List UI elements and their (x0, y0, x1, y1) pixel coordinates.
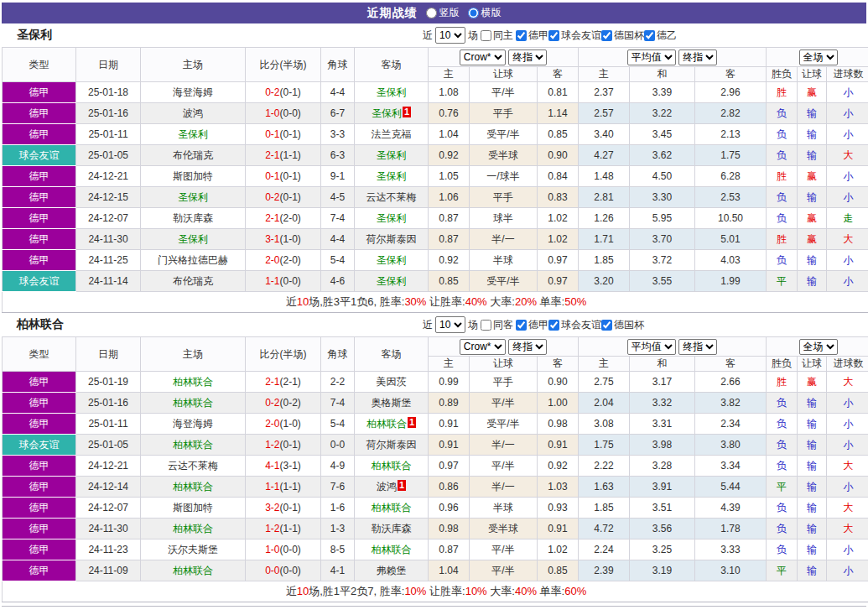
layout-radio-horizontal-input[interactable] (468, 8, 479, 18)
avg-source-select[interactable]: 平均值 (627, 50, 676, 65)
league-filter-item[interactable]: 德甲 (516, 318, 548, 332)
result-handicap: 输 (798, 271, 827, 292)
odds-provider-select[interactable]: Crow* (460, 50, 506, 65)
page-title: 近期战绩 (367, 6, 418, 21)
same-venue-checkbox[interactable]: 同主 (481, 29, 513, 43)
result-handicap: 赢 (798, 229, 827, 250)
league-label: 德甲 (528, 29, 548, 43)
match-type-badge: 德甲 (3, 414, 76, 435)
same-venue-checkbox[interactable]: 同客 (481, 318, 513, 332)
odds-provider-group: Crow* 终指 (429, 337, 579, 357)
avg-home: 1.71 (579, 229, 630, 250)
result-handicap: 输 (798, 393, 827, 414)
score: 2-0(2-0) (246, 250, 321, 271)
home-team: 海登海姆 (141, 82, 246, 103)
odds-handicap: 受半球 (470, 519, 538, 539)
match-type-badge: 德甲 (3, 477, 76, 498)
league-filter-item[interactable]: 球会友谊 (548, 318, 601, 332)
home-team: 圣保利 (141, 187, 246, 208)
league-checkbox-input[interactable] (516, 30, 527, 41)
odds-away: 1.14 (538, 103, 579, 124)
avg-odds-group: 平均值 终指 (579, 337, 767, 357)
avg-time-select[interactable]: 终指 (678, 50, 717, 65)
league-checkbox-input[interactable] (601, 320, 612, 331)
result-scope-select[interactable]: 全场 (799, 50, 838, 65)
match-count-select[interactable]: 10 (435, 27, 465, 44)
result-outcome: 负 (767, 435, 798, 456)
avg-draw: 3.56 (630, 519, 695, 539)
avg-time-select[interactable]: 终指 (678, 339, 717, 355)
summary-segment: 10% (465, 585, 487, 597)
league-checkbox-input[interactable] (644, 30, 655, 41)
avg-away: 2.53 (695, 187, 767, 208)
summary-segment: 近 (286, 585, 297, 597)
col-header-corners: 角球 (321, 337, 355, 372)
result-scope-select[interactable]: 全场 (799, 339, 838, 355)
layout-radio-horizontal[interactable]: 横版 (468, 6, 502, 20)
result-outcome: 平 (767, 560, 798, 581)
avg-draw: 3.30 (630, 187, 695, 208)
col-header-home: 主场 (141, 337, 246, 372)
odds-home: 0.96 (429, 498, 470, 519)
team-name-text: 柏林联合 (366, 418, 407, 430)
near-label: 近 (423, 318, 433, 332)
match-row: 德甲24-11-09柏林联合0-0(0-0)4-1弗赖堡1.04平/半0.852… (3, 560, 868, 581)
league-filter-item[interactable]: 德乙 (644, 29, 677, 43)
result-handicap: 输 (798, 145, 827, 166)
result-handicap: 输 (798, 519, 827, 539)
halftime-score: (0-2) (280, 397, 301, 409)
avg-home: 1.85 (579, 498, 630, 519)
avg-away: 3.82 (695, 393, 767, 414)
match-count-select[interactable]: 10 (435, 316, 465, 333)
result-outcome: 负 (767, 519, 798, 539)
red-card-badge: 1 (398, 480, 406, 491)
odds-away: 1.02 (538, 229, 579, 250)
result-handicap: 输 (798, 250, 827, 271)
league-checkbox-input[interactable] (516, 320, 527, 331)
same-venue-checkbox-input[interactable] (481, 320, 491, 331)
match-date: 24-11-30 (76, 519, 141, 539)
subcol-avg-draw: 和 (630, 357, 695, 372)
result-handicap: 输 (798, 456, 827, 477)
league-filter-item[interactable]: 球会友谊 (548, 29, 601, 43)
league-checkbox-input[interactable] (548, 320, 559, 331)
col-header-corners: 角球 (321, 48, 355, 82)
league-checkbox-input[interactable] (601, 30, 612, 41)
odds-handicap: 平/半 (470, 560, 538, 581)
result-goals: 大 (827, 498, 868, 519)
score: 0-2(0-1) (246, 82, 321, 103)
match-date: 25-01-16 (76, 103, 141, 124)
away-team: 法兰克福 (355, 124, 429, 145)
match-type-badge: 德甲 (3, 82, 76, 103)
result-handicap: 输 (798, 560, 827, 581)
league-filter-item[interactable]: 德国杯 (601, 318, 644, 332)
avg-away: 5.44 (695, 477, 767, 498)
match-date: 25-01-05 (76, 145, 141, 166)
odds-time-select[interactable]: 终指 (508, 50, 547, 65)
home-team: 柏林联合 (141, 435, 246, 456)
layout-radio-vertical[interactable]: 竖版 (426, 6, 460, 20)
odds-home: 0.86 (429, 477, 470, 498)
same-venue-label: 同主 (493, 29, 513, 43)
league-filter-item[interactable]: 德国杯 (601, 29, 644, 43)
result-outcome: 负 (767, 124, 798, 145)
avg-source-select[interactable]: 平均值 (627, 339, 676, 355)
avg-home: 3.08 (579, 414, 630, 435)
layout-radio-vertical-input[interactable] (426, 8, 437, 18)
match-type-badge: 德甲 (3, 393, 76, 414)
match-row: 德甲24-12-15圣保利0-2(0-1)4-5云达不莱梅1.06平手0.832… (3, 187, 868, 208)
corners: 7-4 (321, 208, 355, 229)
halftime-score: (0-1) (280, 86, 301, 98)
halftime-score: (0-0) (280, 107, 301, 119)
subcol-odds-handicap: 让球 (470, 67, 538, 82)
home-team: 海登海姆 (141, 414, 246, 435)
team-name-text: 柏林联合 (372, 502, 412, 513)
league-checkbox-input[interactable] (548, 30, 559, 41)
league-filter-item[interactable]: 德甲 (516, 29, 548, 43)
same-venue-checkbox-input[interactable] (481, 30, 491, 41)
odds-provider-select[interactable]: Crow* (460, 339, 506, 355)
avg-home: 2.57 (579, 103, 630, 124)
fulltime-score: 0-0 (265, 565, 279, 576)
result-outcome: 负 (767, 208, 798, 229)
odds-time-select[interactable]: 终指 (508, 339, 547, 355)
